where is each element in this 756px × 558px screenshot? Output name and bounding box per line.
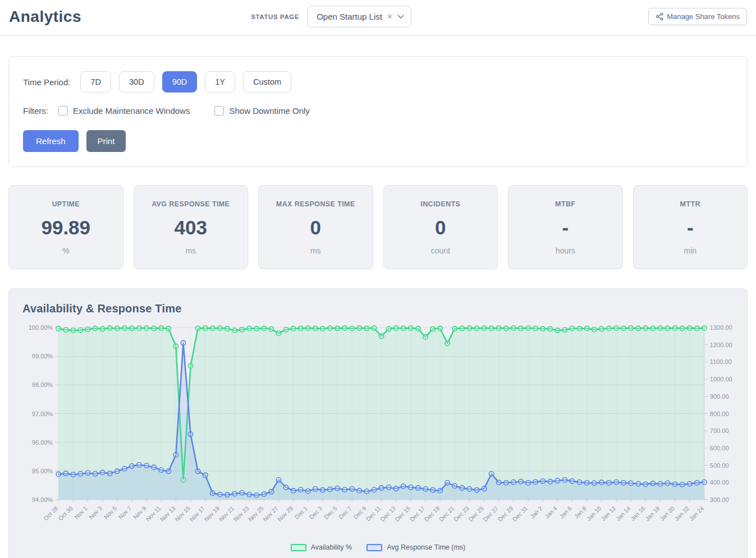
stat-label: MTBF: [513, 200, 618, 208]
svg-text:Jan 10: Jan 10: [585, 505, 602, 522]
svg-text:700.00: 700.00: [710, 427, 729, 434]
page-title: Analytics: [9, 8, 81, 26]
svg-text:Nov 19: Nov 19: [203, 505, 221, 523]
legend-label: Availability %: [311, 543, 352, 551]
svg-text:Nov 11: Nov 11: [144, 505, 162, 523]
legend-swatch-icon: [366, 544, 382, 551]
svg-text:96.00%: 96.00%: [32, 439, 53, 446]
svg-text:Jan 20: Jan 20: [658, 505, 676, 522]
svg-text:Nov 23: Nov 23: [232, 505, 250, 523]
svg-text:1300.00: 1300.00: [710, 324, 732, 331]
stat-label: UPTIME: [13, 200, 118, 208]
status-page-select[interactable]: Open Startup List ✕: [307, 6, 411, 27]
chevron-down-icon: [397, 15, 404, 19]
svg-text:Dec 23: Dec 23: [452, 505, 470, 523]
svg-text:98.00%: 98.00%: [32, 381, 53, 388]
svg-text:100.00%: 100.00%: [29, 324, 53, 331]
svg-text:Nov 21: Nov 21: [217, 505, 235, 523]
status-page-group: STATUS PAGE Open Startup List ✕: [251, 6, 411, 27]
stat-card-uptime: UPTIME99.89%: [8, 185, 123, 269]
stat-unit: ms: [263, 246, 368, 255]
stat-card-max-response-time: MAX RESPONSE TIME0ms: [258, 185, 373, 269]
stat-card-mtbf: MTBF-hours: [508, 185, 623, 269]
stat-value: 99.89: [13, 216, 118, 239]
svg-text:Dec 11: Dec 11: [364, 505, 382, 523]
svg-text:Dec 13: Dec 13: [379, 505, 397, 523]
svg-text:Nov 15: Nov 15: [173, 505, 191, 523]
time-period-button-30d[interactable]: 30D: [119, 71, 154, 93]
svg-text:Dec 19: Dec 19: [423, 505, 441, 523]
svg-text:600.00: 600.00: [710, 445, 729, 451]
svg-text:Jan 24: Jan 24: [688, 505, 705, 522]
stat-label: AVG RESPONSE TIME: [139, 200, 244, 208]
svg-text:400.00: 400.00: [710, 479, 729, 486]
status-page-label: STATUS PAGE: [251, 13, 299, 20]
page-header: Analytics STATUS PAGE Open Startup List …: [0, 0, 756, 36]
filter-checkbox-item[interactable]: Show Downtime Only: [214, 106, 309, 116]
svg-text:Oct 30: Oct 30: [57, 505, 74, 522]
print-button[interactable]: Print: [86, 130, 126, 152]
stats-row: UPTIME99.89%AVG RESPONSE TIME403msMAX RE…: [8, 185, 748, 269]
status-page-selected-value: Open Startup List: [317, 12, 382, 21]
svg-text:97.00%: 97.00%: [32, 411, 53, 417]
svg-text:Dec 1: Dec 1: [293, 505, 309, 520]
stat-card-avg-response-time: AVG RESPONSE TIME403ms: [134, 185, 249, 269]
filter-checkbox-item[interactable]: Exclude Maintenance Windows: [58, 106, 190, 116]
svg-text:Jan 12: Jan 12: [600, 505, 617, 522]
checkbox-label: Exclude Maintenance Windows: [73, 106, 190, 116]
legend-swatch-icon: [291, 544, 306, 551]
filter-checkboxes: Exclude Maintenance WindowsShow Downtime…: [58, 106, 335, 116]
svg-text:Dec 17: Dec 17: [408, 505, 426, 523]
time-period-button-7d[interactable]: 7D: [80, 71, 111, 93]
stat-card-incidents: INCIDENTS0count: [383, 185, 498, 269]
svg-text:Dec 25: Dec 25: [467, 505, 485, 523]
stat-unit: count: [388, 246, 493, 255]
svg-text:Dec 31: Dec 31: [511, 505, 529, 523]
refresh-button[interactable]: Refresh: [23, 130, 79, 152]
time-period-buttons: 7D30D90D1YCustom: [80, 71, 291, 93]
svg-text:99.00%: 99.00%: [32, 353, 53, 359]
stat-label: INCIDENTS: [388, 200, 493, 208]
legend-item[interactable]: Avg Response Time (ms): [366, 543, 465, 551]
svg-text:Dec 21: Dec 21: [438, 505, 456, 523]
stat-value: 0: [388, 216, 493, 239]
stat-label: MAX RESPONSE TIME: [263, 200, 368, 208]
svg-text:1200.00: 1200.00: [710, 342, 732, 348]
svg-text:Nov 25: Nov 25: [247, 505, 265, 523]
time-period-row: Time Period: 7D30D90D1YCustom: [23, 71, 733, 93]
time-period-button-90d[interactable]: 90D: [162, 71, 198, 93]
chart-legend: Availability %Avg Response Time (ms): [22, 541, 734, 557]
svg-text:Jan 4: Jan 4: [543, 505, 558, 520]
svg-text:Jan 14: Jan 14: [615, 505, 632, 522]
stat-label: MTTR: [638, 200, 743, 208]
svg-text:Nov 29: Nov 29: [276, 505, 294, 523]
svg-text:94.00%: 94.00%: [32, 496, 53, 503]
legend-label: Avg Response Time (ms): [387, 543, 465, 551]
time-period-button-custom[interactable]: Custom: [243, 71, 291, 93]
stat-card-mttr: MTTR-min: [633, 185, 748, 269]
legend-item[interactable]: Availability %: [291, 543, 352, 551]
clear-selection-icon[interactable]: ✕: [387, 13, 393, 20]
checkbox-0[interactable]: [58, 106, 68, 116]
page-content: Time Period: 7D30D90D1YCustom Filters: E…: [0, 56, 756, 558]
manage-share-tokens-button[interactable]: Manage Share Tokens: [648, 8, 747, 25]
filters-label: Filters:: [23, 106, 48, 116]
svg-text:Dec 27: Dec 27: [482, 505, 500, 523]
svg-text:Dec 7: Dec 7: [337, 505, 353, 520]
svg-text:1100.00: 1100.00: [710, 358, 732, 365]
svg-text:Jan 16: Jan 16: [629, 505, 647, 522]
svg-text:Oct 28: Oct 28: [42, 505, 59, 522]
svg-text:Nov 27: Nov 27: [262, 505, 280, 523]
stat-unit: min: [638, 246, 743, 255]
svg-text:Nov 1: Nov 1: [73, 505, 89, 520]
svg-text:Jan 22: Jan 22: [673, 505, 690, 522]
share-icon: [656, 12, 664, 21]
checkbox-label: Show Downtime Only: [229, 106, 309, 116]
time-period-button-1y[interactable]: 1Y: [205, 71, 235, 93]
svg-text:500.00: 500.00: [710, 462, 729, 469]
stat-value: -: [638, 216, 743, 239]
svg-text:300.00: 300.00: [710, 496, 729, 503]
svg-text:Dec 5: Dec 5: [323, 505, 338, 520]
svg-text:Jan 18: Jan 18: [644, 505, 661, 522]
checkbox-1[interactable]: [214, 106, 224, 116]
